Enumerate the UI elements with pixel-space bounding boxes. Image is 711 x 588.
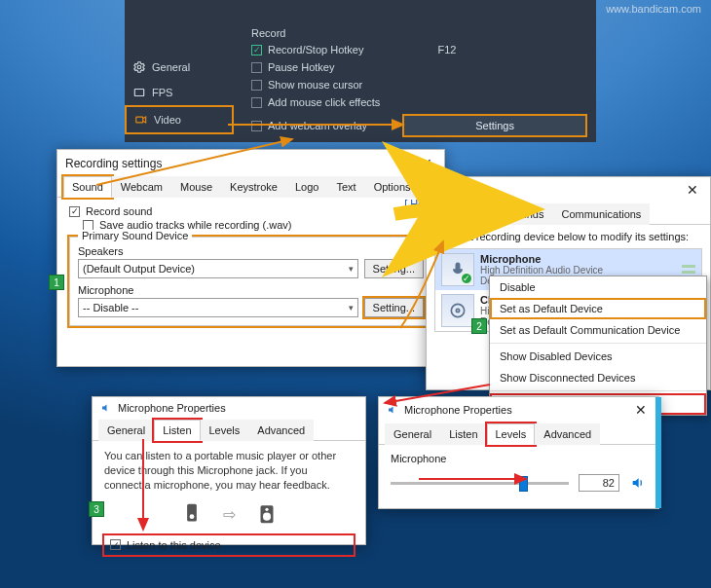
- mp2-title: Microphone Properties: [404, 404, 512, 416]
- listen-description: You can listen to a portable music playe…: [104, 449, 348, 493]
- cursor-checkbox[interactable]: [251, 80, 262, 91]
- mp1-title: Microphone Properties: [118, 402, 226, 414]
- pause-checkbox[interactable]: [251, 62, 262, 73]
- step-badge-1: 1: [49, 275, 64, 290]
- tab-text[interactable]: Text: [327, 176, 364, 198]
- tab-listen[interactable]: Listen: [154, 420, 200, 441]
- speakers-setting-button[interactable]: Setting...: [364, 259, 424, 278]
- recording-settings-window: Recording settings ✕ Sound Webcam Mouse …: [56, 149, 445, 367]
- nav-video-label: Video: [154, 114, 181, 126]
- primary-sound-group: Primary Sound Device Speakers (Default O…: [69, 237, 432, 326]
- mic-value: -- Disable --: [83, 302, 138, 313]
- close-icon[interactable]: ✕: [631, 402, 651, 418]
- device-context-menu: Disable Set as Default Device Set as Def…: [489, 276, 707, 416]
- svg-point-7: [189, 514, 194, 519]
- recset-title: Recording settings: [65, 157, 162, 170]
- tab-communications[interactable]: Communications: [552, 203, 650, 225]
- mic-properties-listen-window: Microphone Properties General Listen Lev…: [92, 396, 366, 545]
- menu-show-disconnected[interactable]: Show Disconnected Devices: [490, 367, 706, 388]
- record-sound-checkbox[interactable]: [69, 206, 80, 217]
- step-badge-3: 3: [89, 501, 104, 517]
- svg-point-4: [451, 304, 464, 316]
- tab-keystroke[interactable]: Keystroke: [221, 176, 286, 198]
- speaker-device-icon: [257, 502, 277, 528]
- dev1-name: Microphone: [480, 253, 603, 265]
- menu-disable[interactable]: Disable: [490, 276, 706, 298]
- settings-button[interactable]: Settings: [402, 114, 587, 137]
- tab-general[interactable]: General: [385, 423, 440, 445]
- speakers-label: Speakers: [78, 245, 424, 257]
- primary-sound-title: Primary Sound Device: [78, 230, 192, 241]
- tab-options[interactable]: Options: [365, 176, 420, 198]
- nav-general-label: General: [152, 61, 190, 73]
- mic-level-value[interactable]: 82: [579, 474, 619, 492]
- sound-window: Sound ✕ Recording Sounds Communications …: [426, 176, 711, 390]
- listen-checkbox[interactable]: [110, 539, 121, 550]
- mic-setting-button[interactable]: Setting...: [364, 298, 424, 317]
- speakers-value: (Default Output Device): [83, 263, 195, 275]
- fps-icon: [132, 86, 146, 99]
- nav-general[interactable]: General: [125, 55, 234, 80]
- tab-recording[interactable]: Recording: [432, 203, 499, 225]
- tab-logo[interactable]: Logo: [286, 176, 327, 198]
- mp2-mic-label: Microphone: [391, 453, 647, 464]
- cd-icon: [441, 294, 474, 327]
- speaker-icon: [387, 404, 398, 416]
- tab-levels[interactable]: Levels: [201, 420, 249, 441]
- hotkey-label: Record/Stop Hotkey: [268, 44, 363, 55]
- shield-icon: [434, 184, 446, 196]
- svg-point-9: [262, 512, 270, 520]
- svg-rect-1: [134, 90, 143, 96]
- recset-tabs: Sound Webcam Mouse Keystroke Logo Text O…: [57, 175, 444, 198]
- gear-icon: [132, 60, 146, 74]
- tab-listen[interactable]: Listen: [440, 423, 486, 445]
- tab-advanced[interactable]: Advanced: [535, 423, 600, 445]
- menu-set-default[interactable]: Set as Default Device: [490, 298, 706, 319]
- hotkey-value[interactable]: F12: [437, 44, 456, 55]
- close-icon[interactable]: ✕: [417, 156, 436, 171]
- cursor-label: Show mouse cursor: [268, 79, 362, 91]
- svg-point-0: [137, 65, 141, 69]
- tab-advanced[interactable]: Advanced: [248, 420, 314, 441]
- portable-device-icon: [182, 502, 202, 528]
- chevron-down-icon: ▾: [349, 303, 354, 312]
- speaker-volume-icon[interactable]: [629, 474, 647, 492]
- speaker-icon: [100, 402, 112, 414]
- listen-label: Listen to this device: [127, 539, 221, 551]
- dev1-sub: High Definition Audio Device: [480, 265, 603, 276]
- tab-levels[interactable]: Levels: [487, 423, 536, 445]
- click-label: Add mouse click effects: [268, 96, 380, 108]
- mode-icon-1[interactable]: [142, 0, 169, 19]
- listen-to-device-row: Listen to this device: [104, 535, 354, 555]
- menu-set-comm[interactable]: Set as Default Communication Device: [490, 319, 706, 341]
- speakers-combo[interactable]: (Default Output Device) ▾: [78, 259, 358, 278]
- tab-general[interactable]: General: [98, 420, 154, 441]
- arrow-right-icon: ⇨: [223, 505, 236, 524]
- chevron-down-icon: ▾: [349, 264, 354, 274]
- mic-level-slider[interactable]: [391, 482, 569, 485]
- nav-fps-label: FPS: [152, 87, 172, 98]
- click-checkbox[interactable]: [251, 97, 262, 108]
- menu-show-disabled[interactable]: Show Disabled Devices: [490, 346, 706, 367]
- svg-rect-2: [136, 117, 143, 123]
- video-icon: [134, 113, 148, 127]
- window-edge-decor: [655, 397, 661, 508]
- webcam-checkbox[interactable]: [251, 121, 262, 131]
- webcam-label: Add webcam overlay: [268, 120, 367, 131]
- close-icon[interactable]: ✕: [683, 182, 702, 198]
- save-wav-checkbox[interactable]: [83, 220, 94, 231]
- mic-label: Microphone: [78, 284, 424, 296]
- slider-thumb[interactable]: [519, 476, 528, 492]
- tab-sounds[interactable]: Sounds: [499, 203, 552, 225]
- nav-fps[interactable]: FPS: [125, 80, 234, 105]
- tab-webcam[interactable]: Webcam: [112, 176, 171, 198]
- sound-instruction: Select a recording device below to modif…: [434, 231, 689, 242]
- tab-mouse[interactable]: Mouse: [171, 176, 221, 198]
- pause-label: Pause Hotkey: [268, 61, 334, 73]
- watermark: www.bandicam.com: [606, 3, 701, 15]
- tab-sound[interactable]: Sound: [63, 176, 112, 198]
- svg-point-5: [456, 309, 459, 312]
- hotkey-checkbox[interactable]: ✓: [251, 45, 262, 55]
- mic-combo[interactable]: -- Disable -- ▾: [78, 298, 358, 317]
- nav-video[interactable]: Video: [125, 105, 234, 134]
